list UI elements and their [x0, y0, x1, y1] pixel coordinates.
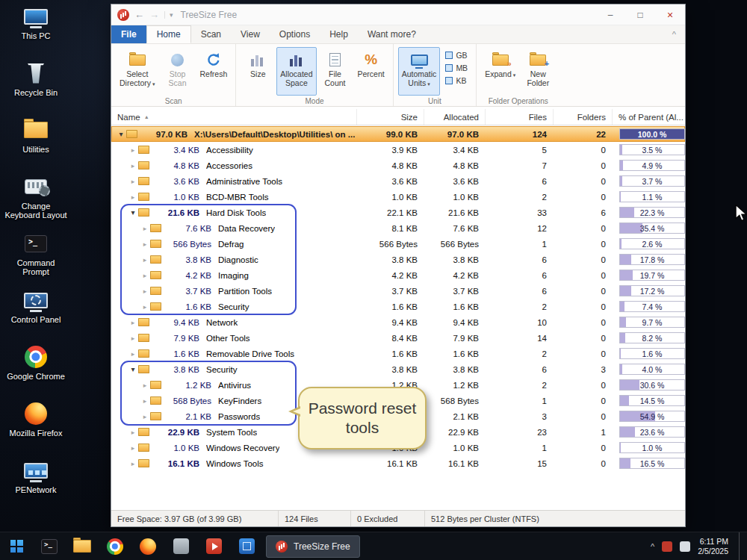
taskbar-icon-cmd[interactable]	[33, 532, 66, 560]
tree-chevron-icon[interactable]: ▸	[140, 225, 150, 232]
file-count-mode-button[interactable]: FileCount	[318, 47, 353, 96]
table-row[interactable]: ▸4.2 KBImaging 4.2 KB 4.2 KB 6 0 19.7 %	[111, 267, 685, 283]
title-bar[interactable]: ← → ▾ TreeSize Free – □ ×	[111, 4, 685, 25]
desktop-icon[interactable]: Control Panel	[1, 288, 70, 345]
tree-chevron-icon[interactable]: ▸	[128, 350, 138, 358]
kb-unit-button[interactable]: KB	[441, 75, 471, 87]
back-button[interactable]: ←	[134, 4, 144, 25]
tab-home[interactable]: Home	[146, 25, 191, 43]
table-row[interactable]: ▸3.6 KBAdministrative Tools 3.6 KB 3.6 K…	[111, 173, 685, 189]
table-row[interactable]: ▸1.6 KBSecurity 1.6 KB 1.6 KB 2 0 7.4 %	[111, 299, 685, 314]
cell-size: 3.7 KB	[356, 287, 424, 296]
desktop-icon[interactable]: Google Chrome	[1, 345, 70, 402]
forward-button[interactable]: →	[149, 4, 159, 25]
tree-chevron-icon[interactable]: ▸	[128, 444, 138, 452]
taskbar-icon-app-red[interactable]	[197, 532, 230, 560]
tray-app-icon[interactable]	[680, 541, 690, 552]
automatic-units-button[interactable]: AutomaticUnits▾	[398, 47, 441, 96]
taskbar-treesize-button[interactable]: TreeSize Free	[266, 535, 360, 558]
table-row[interactable]: ▸7.9 KBOther Tools 8.4 KB 7.9 KB 14 0 8.…	[111, 330, 685, 346]
tree-chevron-icon[interactable]: ▸	[140, 382, 150, 389]
gb-unit-button[interactable]: GB	[441, 49, 471, 61]
tab-help[interactable]: Help	[320, 25, 358, 43]
taskbar-icon-chrome[interactable]	[99, 532, 131, 560]
table-row[interactable]: ▾97.0 KBX:\Users\Default\Desktop\Utiliti…	[111, 126, 685, 142]
taskbar-icon-app-blue[interactable]	[230, 532, 263, 560]
tree-chevron-icon[interactable]: ▸	[140, 413, 150, 420]
minimize-button[interactable]: –	[595, 4, 625, 25]
tree-chevron-icon[interactable]: ▸	[128, 162, 138, 169]
desktop-icon[interactable]: Change Keyboard Layout	[1, 175, 70, 231]
tree-chevron-icon[interactable]: ▸	[128, 429, 138, 436]
allocated-space-mode-button[interactable]: AllocatedSpace	[276, 47, 316, 96]
percent-label: 1.1 %	[620, 192, 684, 202]
column-header-name[interactable]: Name▲	[111, 109, 356, 125]
tree-chevron-icon[interactable]: ▸	[140, 240, 150, 248]
tab-want-more[interactable]: Want more?	[358, 25, 426, 43]
tab-options[interactable]: Options	[270, 25, 320, 43]
desktop-icon[interactable]: Command Prompt	[1, 231, 70, 288]
tree-chevron-icon[interactable]: ▸	[140, 397, 150, 405]
tab-file[interactable]: File	[111, 25, 146, 43]
tree-chevron-icon[interactable]: ▾	[116, 130, 126, 138]
percent-bar: 17.2 %	[619, 285, 685, 296]
desktop-icon[interactable]: This PC	[1, 4, 70, 61]
desktop-icon[interactable]: Recycle Bin	[1, 61, 70, 118]
taskbar-icon-app-gray[interactable]	[164, 532, 197, 560]
collapse-ribbon-icon[interactable]: ^	[663, 25, 685, 43]
tab-scan[interactable]: Scan	[191, 25, 231, 43]
table-row[interactable]: ▸3.7 KBPartition Tools 3.7 KB 3.7 KB 6 0…	[111, 283, 685, 299]
folder-icon	[150, 287, 161, 295]
tree-chevron-icon[interactable]: ▸	[140, 287, 150, 295]
close-button[interactable]: ×	[655, 4, 685, 25]
tree-chevron-icon[interactable]: ▸	[128, 335, 138, 342]
tree-chevron-icon[interactable]: ▾	[128, 208, 138, 217]
percent-mode-button[interactable]: % Percent	[354, 47, 388, 96]
table-row[interactable]: ▸1.6 KBRemovable Drive Tools 1.6 KB 1.6 …	[111, 346, 685, 361]
table-row[interactable]: ▸9.4 KBNetwork 9.4 KB 9.4 KB 10 0 9.7 %	[111, 314, 685, 330]
tab-view[interactable]: View	[231, 25, 270, 43]
tree-chevron-icon[interactable]: ▸	[128, 319, 138, 326]
column-header-files[interactable]: Files	[485, 109, 553, 125]
select-directory-button[interactable]: SelectDirectory▾	[116, 47, 159, 96]
table-row[interactable]: ▸7.6 KBData Recovery 8.1 KB 7.6 KB 12 0 …	[111, 220, 685, 236]
taskbar-icon-firefox[interactable]	[131, 532, 164, 560]
show-desktop-button[interactable]	[739, 532, 743, 560]
column-header-allocated[interactable]: Allocated	[424, 109, 485, 125]
table-row[interactable]: ▸1.0 KBBCD-MBR Tools 1.0 KB 1.0 KB 2 0 1…	[111, 189, 685, 205]
column-header-folders[interactable]: Folders	[553, 109, 612, 125]
maximize-button[interactable]: □	[625, 4, 655, 25]
new-folder-button[interactable]: + NewFolder	[521, 47, 555, 96]
tray-expand-icon[interactable]: ^	[651, 542, 654, 551]
size-mode-button[interactable]: Size	[241, 47, 275, 96]
table-row[interactable]: ▸3.4 KBAccessibility 3.9 KB 3.4 KB 5 0 3…	[111, 142, 685, 158]
tree-chevron-icon[interactable]: ▸	[140, 256, 150, 264]
column-header-size[interactable]: Size	[356, 109, 424, 125]
taskbar-icon-explorer[interactable]	[66, 532, 99, 560]
expand-button[interactable]: » Expand▾	[481, 47, 519, 96]
tree-chevron-icon[interactable]: ▸	[140, 272, 150, 279]
desktop-icon[interactable]: Utilities	[1, 118, 70, 175]
tray-app-icon[interactable]	[662, 541, 672, 552]
cell-files: 124	[485, 130, 553, 139]
desktop-icon[interactable]: Mozilla Firefox	[1, 402, 70, 458]
column-header-percent[interactable]: % of Parent (Al...	[612, 109, 685, 125]
table-row[interactable]: ▾3.8 KBSecurity 3.8 KB 3.8 KB 6 3 4.0 %	[111, 361, 685, 377]
table-row[interactable]: ▸4.8 KBAccessories 4.8 KB 4.8 KB 7 0 4.9…	[111, 158, 685, 173]
desktop-icon[interactable]: PENetwork	[1, 458, 70, 515]
table-row[interactable]: ▸16.1 KBWindows Tools 16.1 KB 16.1 KB 15…	[111, 455, 685, 471]
table-row[interactable]: ▸566 BytesDefrag 566 Bytes 566 Bytes 1 0…	[111, 236, 685, 252]
taskbar-icon-start[interactable]	[0, 532, 33, 560]
mb-unit-button[interactable]: MB	[441, 62, 471, 74]
tree-chevron-icon[interactable]: ▸	[140, 303, 150, 311]
taskbar-clock[interactable]: 6:11 PM 2/5/2025	[698, 537, 731, 556]
refresh-button[interactable]: Refresh	[196, 47, 232, 96]
tree-chevron-icon[interactable]: ▸	[128, 146, 138, 154]
tree-chevron-icon[interactable]: ▸	[128, 193, 138, 201]
table-row[interactable]: ▸3.8 KBDiagnostic 3.8 KB 3.8 KB 6 0 17.8…	[111, 252, 685, 267]
tree-chevron-icon[interactable]: ▸	[128, 178, 138, 185]
tree-chevron-icon[interactable]: ▾	[128, 365, 138, 373]
quick-access-dropdown-icon[interactable]: ▾	[164, 11, 173, 19]
tree-chevron-icon[interactable]: ▸	[128, 460, 138, 467]
table-row[interactable]: ▾21.6 KBHard Disk Tools 22.1 KB 21.6 KB …	[111, 205, 685, 220]
